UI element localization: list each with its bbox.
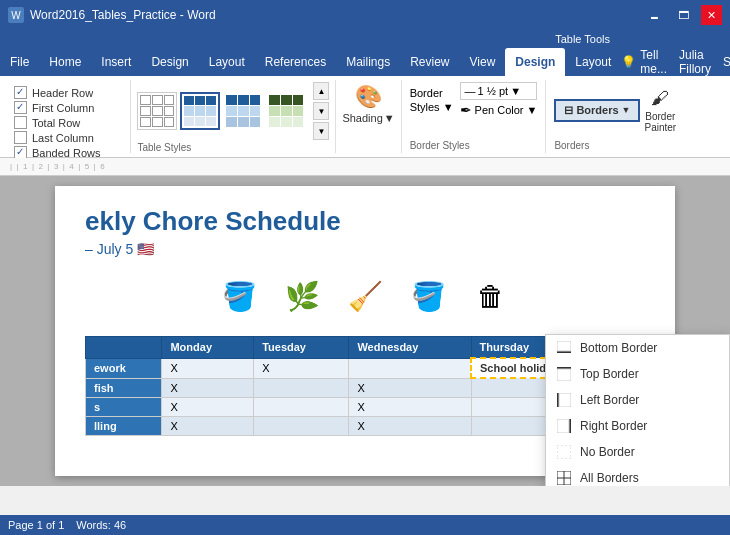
pen-color-dropdown-icon[interactable]: ▼ [526, 104, 537, 116]
right-border-icon [556, 418, 572, 434]
tab-design-table[interactable]: Design [505, 48, 565, 76]
dropdown-item-left-border[interactable]: Left Border [546, 387, 729, 413]
border-width-dropdown-icon[interactable]: ▼ [510, 85, 521, 97]
gallery-more-button[interactable]: ▼ [313, 122, 329, 140]
pen-color-button[interactable]: ✒ Pen Color ▼ [460, 102, 538, 118]
close-button[interactable]: ✕ [701, 5, 722, 25]
row4-mon: X [162, 416, 254, 435]
borders-group-label: Borders [554, 138, 589, 151]
user-name: Julia Fillory [679, 48, 711, 76]
tab-review[interactable]: Review [400, 48, 459, 76]
border-styles-sublabel: Styles ▼ [410, 101, 454, 113]
dropdown-item-bottom-border[interactable]: Bottom Border [546, 335, 729, 361]
tab-layout-table[interactable]: Layout [565, 48, 621, 76]
doc-subtitle-text: – July 5 [85, 241, 133, 257]
borders-button[interactable]: ⊟ Borders ▼ [554, 99, 640, 122]
ribbon-tabs: File Home Insert Design Layout Reference… [0, 48, 730, 76]
tab-references[interactable]: References [255, 48, 336, 76]
tab-layout-doc[interactable]: Layout [199, 48, 255, 76]
ribbon-right: 💡 Tell me... Julia Fillory Share [621, 48, 730, 76]
task-2: fish [86, 378, 162, 397]
doc-title-text: ekly Chore Schedule [85, 206, 341, 236]
checkbox-total-row-box[interactable] [14, 116, 27, 129]
share-button[interactable]: Share [723, 55, 730, 69]
title-bar-title: Word2016_Tables_Practice - Word [30, 8, 216, 22]
status-page: Page 1 of 1 [8, 519, 64, 531]
tab-home[interactable]: Home [39, 48, 91, 76]
ruler: | | 1 | 2 | 3 | 4 | 5 | 6 [0, 158, 730, 176]
shading-dropdown-icon[interactable]: ▼ [384, 112, 395, 124]
borders-label: Borders [576, 104, 618, 116]
border-styles-top: Border Styles ▼ — 1 ½ pt ▼ ✒ Pen Color ▼ [410, 82, 538, 118]
title-bar-left: W Word2016_Tables_Practice - Word [8, 7, 216, 23]
doc-title: ekly Chore Schedule [85, 206, 645, 237]
flag-icon: 🇺🇸 [137, 241, 154, 257]
checkbox-first-column-label: First Column [32, 102, 94, 114]
ruler-line: | | 1 | 2 | 3 | 4 | 5 | 6 [10, 162, 105, 171]
border-styles-group-label: Border Styles [410, 138, 538, 151]
checkbox-header-row-box[interactable] [14, 86, 27, 99]
col-header-monday: Monday [162, 337, 254, 359]
row3-wed: X [349, 397, 471, 416]
tab-design-doc[interactable]: Design [141, 48, 198, 76]
maximize-button[interactable]: 🗖 [672, 5, 695, 25]
table-style-1[interactable] [137, 92, 177, 130]
border-styles-label: Border [410, 87, 443, 99]
checkbox-first-column[interactable]: First Column [14, 101, 116, 114]
row3-tue [254, 397, 349, 416]
tell-me-text[interactable]: Tell me... [640, 48, 667, 76]
status-bar: Page 1 of 1 Words: 46 [0, 515, 730, 535]
tab-view[interactable]: View [460, 48, 506, 76]
task-1: ework [86, 358, 162, 378]
dropdown-item-top-border-label: Top Border [580, 367, 639, 381]
table-style-4[interactable] [266, 92, 306, 130]
table-styles-content: ▲ ▼ ▼ [137, 82, 329, 140]
dropdown-item-top-border[interactable]: Top Border [546, 361, 729, 387]
word-icon: W [8, 7, 24, 23]
gallery-up-button[interactable]: ▲ [313, 82, 329, 100]
ribbon: Header Row First Column Total Row Last C… [0, 76, 730, 158]
gallery-down-button[interactable]: ▼ [313, 102, 329, 120]
border-painter-label: BorderPainter [644, 111, 676, 133]
dropdown-item-right-border[interactable]: Right Border [546, 413, 729, 439]
col-header-tuesday: Tuesday [254, 337, 349, 359]
table-style-options-group: Header Row First Column Total Row Last C… [0, 80, 131, 153]
borders-grid-icon: ⊟ [564, 104, 573, 117]
shading-button[interactable]: 🎨 Shading ▼ [336, 80, 401, 153]
dropdown-item-bottom-border-label: Bottom Border [580, 341, 657, 355]
checkbox-last-column-box[interactable] [14, 131, 27, 144]
tab-file[interactable]: File [0, 48, 39, 76]
checkbox-banded-rows-label: Banded Rows [32, 147, 101, 159]
table-styles-group: ▲ ▼ ▼ Table Styles [131, 80, 336, 153]
row1-mon: X [162, 358, 254, 378]
table-style-3[interactable] [223, 92, 263, 130]
row1-tue: X [254, 358, 349, 378]
tab-insert[interactable]: Insert [91, 48, 141, 76]
dropdown-item-all-borders[interactable]: All Borders [546, 465, 729, 486]
border-painter-button[interactable]: 🖌 BorderPainter [644, 88, 676, 133]
dropdown-item-no-border[interactable]: No Border [546, 439, 729, 465]
svg-rect-3 [557, 369, 571, 381]
checkbox-last-column[interactable]: Last Column [14, 131, 116, 144]
border-width-selector[interactable]: — 1 ½ pt ▼ [460, 82, 538, 100]
table-styles-label: Table Styles [137, 140, 329, 153]
tab-mailings[interactable]: Mailings [336, 48, 400, 76]
minimize-button[interactable]: 🗕 [643, 5, 666, 25]
bottom-border-icon [556, 340, 572, 356]
checkbox-first-column-box[interactable] [14, 101, 27, 114]
table-style-2[interactable] [180, 92, 220, 130]
row2-tue [254, 378, 349, 397]
clip-img-4: 🪣 [401, 269, 456, 324]
gallery-nav: ▲ ▼ ▼ [313, 82, 329, 140]
left-border-icon [556, 392, 572, 408]
checkbox-total-row[interactable]: Total Row [14, 116, 116, 129]
borders-dropdown-icon[interactable]: ▼ [622, 105, 631, 115]
checkbox-total-row-label: Total Row [32, 117, 80, 129]
task-3: s [86, 397, 162, 416]
svg-rect-1 [557, 341, 571, 351]
svg-rect-7 [557, 419, 569, 433]
checkbox-header-row[interactable]: Header Row [14, 86, 116, 99]
row1-wed [349, 358, 471, 378]
svg-rect-5 [559, 393, 571, 407]
borders-group: ⊟ Borders ▼ 🖌 BorderPainter Borders [546, 80, 684, 153]
